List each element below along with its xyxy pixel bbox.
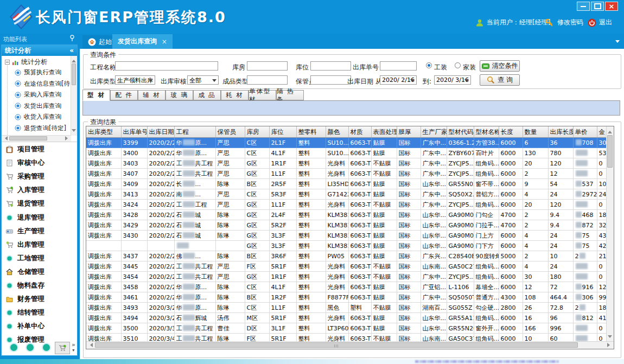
column-header[interactable]: 出库长度 [548, 126, 573, 138]
column-header[interactable]: 单价 [573, 126, 597, 138]
column-header[interactable]: 材质 [348, 126, 371, 138]
table-row[interactable]: 调拨出库34932020/3/2华原...陈琳C区1L1F整料黑色塑料不贴膜国标… [86, 303, 607, 313]
column-header[interactable]: 表面处理 [371, 126, 397, 138]
sidebar-module-14[interactable]: 补单中心 [6, 322, 44, 331]
sidebar-module-4[interactable]: 入库管理 [6, 186, 44, 195]
tab-close-icon[interactable]: × [162, 38, 167, 46]
circle-icon[interactable] [43, 344, 50, 351]
tree-collapse-box[interactable] [5, 60, 10, 65]
tree-item[interactable]: 采购入库查询 [15, 91, 61, 99]
column-header[interactable]: 金 [597, 126, 607, 138]
sidebar-module-3[interactable]: 采购管理 [6, 172, 44, 181]
column-header[interactable]: 保管员 [215, 126, 245, 138]
tree-item[interactable]: 发货出库查询 [15, 102, 61, 110]
sidebar-module-2[interactable]: 审核中心 [6, 158, 44, 168]
column-header[interactable]: 颜色 [326, 126, 348, 138]
keeper-input[interactable] [310, 75, 351, 85]
minimize-button[interactable] [577, 2, 590, 11]
table-horizontal-scrollbar[interactable] [86, 341, 614, 349]
sidebar-module-7[interactable]: 生产管理 [6, 227, 44, 236]
location-input[interactable] [310, 61, 351, 71]
table-row[interactable]: 调拨出库34132020/2/26南...严思C区5R3F整料G71422606… [86, 189, 607, 200]
clear-conditions-button[interactable]: 清空条件 [480, 60, 520, 72]
sidebar-module-9[interactable]: 工地管理 [6, 254, 44, 263]
material-tab-8[interactable]: 隔 热 条 [276, 90, 304, 100]
material-tab-4[interactable]: 玻 璃 [165, 90, 193, 100]
table-row[interactable]: G区3L3F整料KLM38176063-T5贴膜国标山东华...GA90M09.… [86, 241, 607, 251]
tree-item[interactable]: 预算执行查询 [15, 68, 61, 76]
tab-shipping-outbound-query[interactable]: 发货出库查询 × [112, 34, 173, 49]
table-row[interactable]: 调拨出库34072020/2/25工共工程严思G区1L1F整料光身料6063-T… [86, 169, 607, 179]
column-header[interactable]: 数量 [523, 126, 548, 138]
date-to-select[interactable]: 2020/ 3/16 [434, 75, 471, 85]
close-button[interactable]: × [605, 2, 618, 11]
tree-item[interactable]: 收货入库查询 [15, 113, 61, 121]
search-button[interactable]: 查 询 [480, 74, 520, 86]
table-row[interactable]: 调拨出库34372020/2/27佛...陈琳B区3R6F整料PW056063-… [86, 251, 607, 261]
table-row[interactable]: 调拨出库34452020/2/27工共工程严思F区5R1F整料光身料6063-T… [86, 261, 607, 272]
sidebar-module-5[interactable]: 退货管理 [6, 199, 44, 208]
column-header[interactable]: 出库类型 [86, 126, 121, 138]
tree-horizontal-scrollbar[interactable] [2, 135, 71, 142]
home-decor-radio[interactable] [455, 62, 461, 68]
warehouse-input[interactable] [247, 61, 288, 71]
sidebar-group-header[interactable]: 统计分析 « [2, 45, 77, 56]
collapse-chevron-icon[interactable]: « [69, 47, 74, 54]
industrial-radio[interactable] [426, 62, 432, 68]
table-row[interactable]: 调拨出库34092020/2/25长...陈琳B区2R5F整料LI35HD606… [86, 179, 607, 189]
logout-button[interactable]: 退出 [588, 18, 612, 27]
tree-item[interactable]: 退货查询[待定] [15, 124, 66, 132]
tree-root-node[interactable]: 统计分析 [5, 58, 47, 67]
circle-icon[interactable] [10, 344, 17, 351]
date-from-select[interactable]: 2020/ 2/16 [380, 75, 417, 85]
column-header[interactable]: 工程 [174, 126, 215, 138]
table-row[interactable]: 调拨出库34942020/3/2石辉城汤伟M区5R1F整料光身料6063-T5贴… [86, 313, 607, 323]
table-row[interactable]: 调拨出库35002020/3/3工共工程曹佳D区3L1F整料LT3P606063… [86, 323, 607, 334]
pin-icon[interactable] [69, 35, 75, 42]
overflow-chevron[interactable]: »▾ [72, 342, 75, 353]
sidebar-module-10[interactable]: 仓储管理 [6, 267, 44, 277]
table-row[interactable]: 调拨出库34032020/2/25工共工程严思G区1R1F整料光身料6063-T… [86, 158, 607, 169]
table-row[interactable]: 调拨出库34242020/2/26工工程严思G区1L1F整料光身料6063-T5… [86, 200, 607, 210]
table-row[interactable]: 调拨出库34302020/2/26石城陈琳G区3L3F整料KLM38176063… [86, 231, 607, 241]
table-row[interactable]: 调拨出库34002020/2/25华原...严思C区4L1F整料SU10...6… [86, 148, 607, 158]
sidebar-module-11[interactable]: 物料盘存 [6, 281, 44, 290]
table-vertical-scrollbar[interactable] [606, 126, 614, 342]
project-name-input[interactable] [115, 61, 218, 71]
maximize-button[interactable] [591, 2, 604, 11]
column-header[interactable]: 出库日期 [147, 126, 174, 138]
audit-select[interactable]: 全部 [187, 75, 219, 85]
column-header[interactable]: 库房 [245, 126, 269, 138]
sidebar-module-12[interactable]: 财务管理 [6, 295, 44, 304]
table-row[interactable]: 调拨出库34612020/2/28华原...陈琳B区1R2F整料F8877FT6… [86, 292, 607, 303]
material-tab-5[interactable]: 成 品 [193, 90, 221, 100]
tree-vertical-scrollbar[interactable] [71, 56, 77, 136]
column-header[interactable]: 生产厂家 [421, 126, 447, 138]
column-header[interactable]: 型材名称 [474, 126, 499, 138]
column-header[interactable]: 长度 [499, 126, 523, 138]
order-no-input[interactable] [380, 61, 417, 71]
column-header[interactable]: 型材代码 [447, 126, 474, 138]
sidebar-module-6[interactable]: 退库管理 [6, 213, 44, 222]
tree-item[interactable]: 在途信息查询[待 [15, 80, 70, 88]
column-header[interactable]: 出库单号 [121, 126, 147, 138]
tab-list-dropdown-icon[interactable] [615, 40, 620, 45]
table-row[interactable]: 调拨出库34292020/2/26石城陈琳G区5R2F整料KLM38176063… [86, 220, 607, 231]
material-tab-6[interactable]: 耗 材 [221, 90, 249, 100]
cart-icon-button[interactable] [55, 342, 70, 354]
product-type-input[interactable] [247, 75, 288, 85]
material-tab-2[interactable]: 配 件 [110, 90, 138, 100]
table-row[interactable]: 调拨出库34542020/2/28工共工程严思G区1R1F整料光身料6063-T… [86, 272, 607, 282]
table-row[interactable]: 调拨出库33992020/2/25华原...严思C区2L1F整料SU10...6… [86, 138, 607, 148]
sidebar-module-8[interactable]: 出库管理 [6, 240, 44, 250]
column-header[interactable]: 膜厚 [397, 126, 421, 138]
material-tab-3[interactable]: 辅 材 [138, 90, 165, 100]
sidebar-module-13[interactable]: 结转管理 [6, 308, 44, 317]
column-header[interactable]: 整零料 [296, 126, 326, 138]
table-row[interactable]: 调拨出库34582020/2/28华原...陈琳C区4L1F整料光身料6063-… [86, 282, 607, 292]
material-tab-1[interactable]: 型 材 [82, 90, 110, 101]
table-row[interactable]: 调拨出库34282020/2/26石城陈琳G区2L4F整料KLM38176063… [86, 210, 607, 220]
out-type-select[interactable]: 生产领料出库 [115, 75, 155, 85]
column-header[interactable]: 库位 [269, 126, 296, 138]
material-tab-7[interactable]: 单体型材 [249, 90, 276, 100]
